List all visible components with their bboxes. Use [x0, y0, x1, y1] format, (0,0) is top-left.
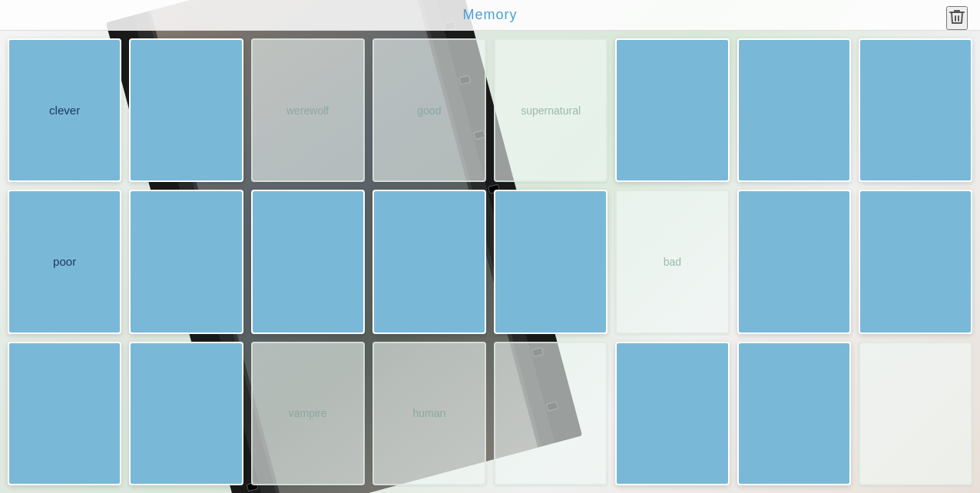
card-3[interactable]: werewolf: [251, 38, 365, 182]
card-9[interactable]: poor: [8, 190, 121, 333]
card-7[interactable]: [737, 38, 851, 182]
card-19[interactable]: vampire: [251, 342, 365, 485]
card-17[interactable]: [8, 342, 121, 485]
card-10[interactable]: [129, 190, 243, 333]
card-16[interactable]: [859, 190, 972, 333]
trash-icon: [948, 8, 966, 26]
card-label-14: bad: [664, 256, 681, 268]
card-8[interactable]: [859, 38, 972, 182]
card-12[interactable]: [372, 190, 486, 333]
card-2[interactable]: [129, 38, 243, 182]
card-15[interactable]: [737, 190, 851, 333]
page-title: Memory: [462, 7, 517, 23]
card-22[interactable]: [615, 342, 729, 485]
card-14[interactable]: bad: [615, 190, 729, 333]
header: Memory: [0, 0, 980, 31]
card-5[interactable]: supernatural: [494, 38, 608, 182]
card-grid: cleverwerewolfgoodsupernaturalpoorbadvam…: [8, 38, 972, 485]
card-label-1: clever: [49, 104, 80, 117]
card-label-3: werewolf: [286, 104, 329, 117]
card-label-5: supernatural: [521, 104, 581, 117]
card-label-4: good: [417, 104, 441, 117]
card-label-19: vampire: [289, 407, 327, 419]
card-1[interactable]: clever: [8, 38, 121, 182]
card-24[interactable]: [859, 342, 972, 485]
card-label-9: poor: [53, 255, 76, 268]
card-21[interactable]: [494, 342, 608, 485]
delete-button[interactable]: [946, 6, 968, 30]
card-18[interactable]: [129, 342, 243, 485]
card-4[interactable]: good: [372, 38, 486, 182]
card-13[interactable]: [494, 190, 608, 333]
card-20[interactable]: human: [372, 342, 486, 485]
card-23[interactable]: [737, 342, 851, 485]
card-6[interactable]: [615, 38, 729, 182]
card-label-20: human: [412, 407, 445, 419]
card-11[interactable]: [251, 190, 365, 333]
